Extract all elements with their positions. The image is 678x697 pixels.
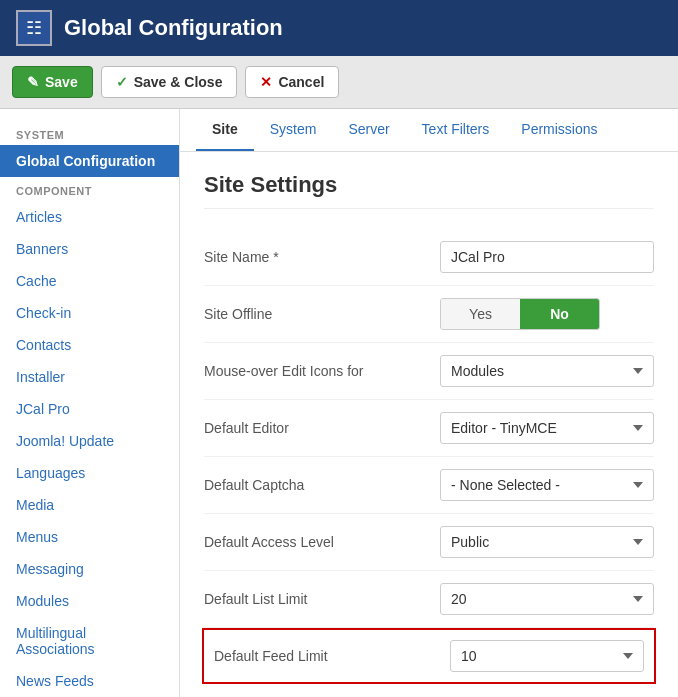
label-mouseover-edit-icons: Mouse-over Edit Icons for [204, 363, 424, 379]
sidebar-item-installer[interactable]: Installer [0, 361, 179, 393]
page-title: Global Configuration [64, 15, 283, 41]
label-default-feed-limit: Default Feed Limit [214, 648, 434, 664]
select-default-list-limit[interactable]: 5 10 15 20 25 30 50 100 [440, 583, 654, 615]
field-default-captcha: Default Captcha - None Selected - [204, 457, 654, 514]
select-default-access-level[interactable]: Public Registered Special [440, 526, 654, 558]
field-site-name: Site Name * [204, 229, 654, 286]
save-close-button[interactable]: ✓ Save & Close [101, 66, 238, 98]
label-default-access-level: Default Access Level [204, 534, 424, 550]
system-section-label: SYSTEM [0, 121, 179, 145]
tab-bar: Site System Server Text Filters Permissi… [180, 109, 678, 152]
app-icon: ☷ [16, 10, 52, 46]
select-default-editor[interactable]: Editor - TinyMCE Editor - CodeMirror No … [440, 412, 654, 444]
label-default-editor: Default Editor [204, 420, 424, 436]
layout: SYSTEM Global Configuration COMPONENT Ar… [0, 109, 678, 697]
input-site-name[interactable] [440, 241, 654, 273]
sidebar-item-menus[interactable]: Menus [0, 521, 179, 553]
sidebar-item-media[interactable]: Media [0, 489, 179, 521]
label-site-name: Site Name * [204, 249, 424, 265]
check-icon: ✓ [116, 74, 128, 90]
tab-server[interactable]: Server [332, 109, 405, 151]
tab-text-filters[interactable]: Text Filters [406, 109, 506, 151]
tab-site[interactable]: Site [196, 109, 254, 151]
save-button[interactable]: ✎ Save [12, 66, 93, 98]
cancel-button[interactable]: ✕ Cancel [245, 66, 339, 98]
sidebar-item-cache[interactable]: Cache [0, 265, 179, 297]
select-mouseover-edit-icons[interactable]: Modules Both None [440, 355, 654, 387]
toolbar: ✎ Save ✓ Save & Close ✕ Cancel [0, 56, 678, 109]
label-default-list-limit: Default List Limit [204, 591, 424, 607]
toggle-yes[interactable]: Yes [441, 299, 520, 329]
sidebar-item-global-configuration[interactable]: Global Configuration [0, 145, 179, 177]
select-default-captcha[interactable]: - None Selected - [440, 469, 654, 501]
tab-content: Site Settings Site Name * Site Offline Y… [180, 152, 678, 697]
sidebar: SYSTEM Global Configuration COMPONENT Ar… [0, 109, 180, 697]
sidebar-item-news-feeds[interactable]: News Feeds [0, 665, 179, 697]
sidebar-item-jcal-pro[interactable]: JCal Pro [0, 393, 179, 425]
header: ☷ Global Configuration [0, 0, 678, 56]
sidebar-item-multilingual-associations[interactable]: Multilingual Associations [0, 617, 179, 665]
cancel-icon: ✕ [260, 74, 272, 90]
field-site-offline: Site Offline Yes No [204, 286, 654, 343]
component-section-label: COMPONENT [0, 177, 179, 201]
sidebar-item-contacts[interactable]: Contacts [0, 329, 179, 361]
field-default-access-level: Default Access Level Public Registered S… [204, 514, 654, 571]
field-default-editor: Default Editor Editor - TinyMCE Editor -… [204, 400, 654, 457]
tab-permissions[interactable]: Permissions [505, 109, 613, 151]
label-site-offline: Site Offline [204, 306, 424, 322]
content-title: Site Settings [204, 172, 654, 209]
save-icon: ✎ [27, 74, 39, 90]
field-default-list-limit: Default List Limit 5 10 15 20 25 30 50 1… [204, 571, 654, 628]
toggle-site-offline: Yes No [440, 298, 600, 330]
sidebar-item-modules[interactable]: Modules [0, 585, 179, 617]
sidebar-item-languages[interactable]: Languages [0, 457, 179, 489]
sidebar-item-joomla-update[interactable]: Joomla! Update [0, 425, 179, 457]
field-mouseover-edit-icons: Mouse-over Edit Icons for Modules Both N… [204, 343, 654, 400]
sidebar-item-messaging[interactable]: Messaging [0, 553, 179, 585]
sidebar-item-check-in[interactable]: Check-in [0, 297, 179, 329]
tab-system[interactable]: System [254, 109, 333, 151]
sidebar-item-banners[interactable]: Banners [0, 233, 179, 265]
main-content: Site System Server Text Filters Permissi… [180, 109, 678, 697]
label-default-captcha: Default Captcha [204, 477, 424, 493]
select-default-feed-limit[interactable]: 5 10 15 20 25 [450, 640, 644, 672]
field-default-feed-limit: Default Feed Limit 5 10 15 20 25 [202, 628, 656, 684]
toggle-no[interactable]: No [520, 299, 599, 329]
sidebar-item-articles[interactable]: Articles [0, 201, 179, 233]
